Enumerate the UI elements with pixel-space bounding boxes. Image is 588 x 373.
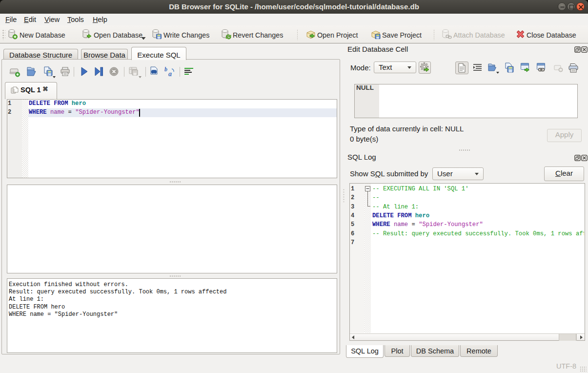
svg-text:a: a bbox=[168, 70, 172, 78]
svg-text:b: b bbox=[164, 66, 167, 73]
